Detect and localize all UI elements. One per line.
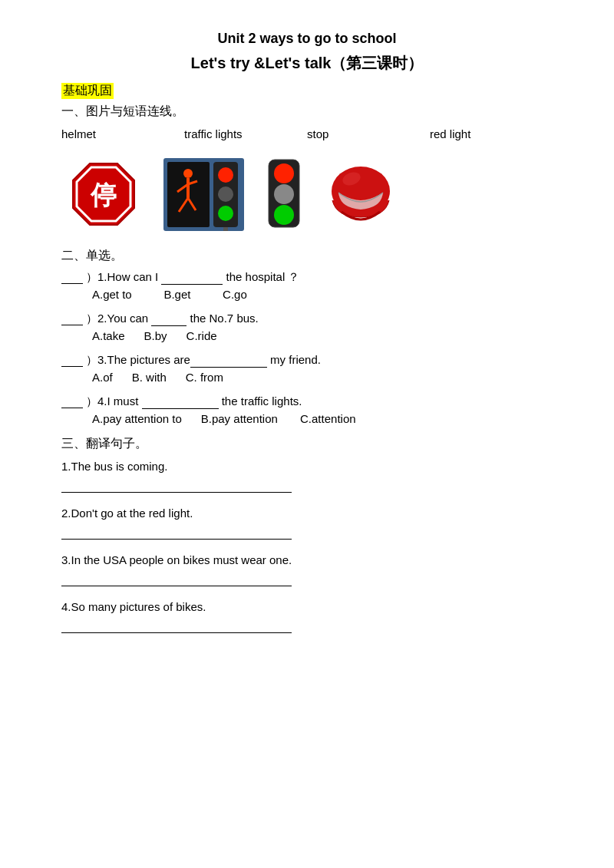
q4-text: ）4.I must the traffic lights. bbox=[86, 394, 302, 409]
helmet-svg bbox=[325, 162, 398, 227]
trans2-sentence: 2.Don't go at the red light. bbox=[61, 507, 553, 520]
q1-opt-c: C.go bbox=[223, 288, 247, 301]
stoplight-svg bbox=[265, 158, 303, 231]
part1-title: 一、图片与短语连线。 bbox=[61, 104, 553, 120]
q2-text: ）2.You can the No.7 bus. bbox=[86, 312, 259, 326]
q4-bracket bbox=[61, 394, 83, 408]
translate-1: 1.The bus is coming. bbox=[61, 460, 553, 493]
trans1-sentence: 1.The bus is coming. bbox=[61, 460, 553, 473]
stoplight-image bbox=[261, 156, 307, 233]
question-1: ）1.How can I the hospital ？ A.get to B.g… bbox=[61, 270, 553, 301]
q2-opt-c: C.ride bbox=[187, 329, 217, 342]
q1-line: ）1.How can I the hospital ？ bbox=[61, 270, 553, 285]
q4-opt-a: A.pay attention to bbox=[92, 412, 182, 425]
svg-point-18 bbox=[274, 184, 294, 204]
section-label: 基础巩固 bbox=[61, 83, 114, 99]
q4-line: ）4.I must the traffic lights. bbox=[61, 394, 553, 409]
stop-sign-image: 停 bbox=[61, 156, 146, 233]
q4-opt-c: C.attention bbox=[300, 412, 356, 425]
svg-point-19 bbox=[274, 205, 294, 225]
question-2: ）2.You can the No.7 bus. A.take B.by C.r… bbox=[61, 312, 553, 342]
svg-point-14 bbox=[218, 206, 233, 221]
word-red-light: red light bbox=[430, 127, 553, 140]
svg-point-17 bbox=[274, 163, 294, 183]
trans3-sentence: 3.In the USA people on bikes must wear o… bbox=[61, 553, 553, 566]
translate-2: 2.Don't go at the red light. bbox=[61, 507, 553, 540]
svg-point-13 bbox=[218, 186, 233, 202]
title1: Unit 2 ways to go to school bbox=[61, 31, 553, 47]
q1-opt-a: A.get to bbox=[92, 288, 132, 301]
helmet-image bbox=[322, 156, 399, 233]
q3-opt-b: B. with bbox=[132, 371, 167, 384]
question-4: ）4.I must the traffic lights. A.pay atte… bbox=[61, 394, 553, 425]
question-3: ）3.The pictures are my friend. A.of B. w… bbox=[61, 353, 553, 384]
trans4-sentence: 4.So many pictures of bikes. bbox=[61, 600, 553, 613]
q2-blank[interactable] bbox=[151, 325, 187, 326]
trans3-answer-line[interactable] bbox=[61, 571, 292, 586]
q3-opt-c: C. from bbox=[186, 371, 223, 384]
word-traffic-lights: traffic lights bbox=[184, 127, 307, 140]
q4-opt-b: B.pay attention bbox=[201, 412, 278, 425]
word-stop: stop bbox=[307, 127, 430, 140]
q1-opt-b: B.get bbox=[163, 288, 190, 301]
word-helmet: helmet bbox=[61, 127, 184, 140]
q3-blank[interactable] bbox=[190, 367, 267, 368]
part3-title: 三、翻译句子。 bbox=[61, 436, 553, 452]
q3-bracket bbox=[61, 353, 83, 367]
translate-3: 3.In the USA people on bikes must wear o… bbox=[61, 553, 553, 586]
part2-title: 二、单选。 bbox=[61, 248, 553, 264]
trans1-answer-line[interactable] bbox=[61, 477, 292, 493]
q1-text: ）1.How can I the hospital ？ bbox=[86, 270, 299, 285]
q1-bracket bbox=[61, 270, 83, 284]
q4-blank[interactable] bbox=[142, 408, 219, 409]
q1-blank[interactable] bbox=[161, 284, 223, 285]
traffic-light-image bbox=[161, 156, 246, 233]
walk-sign-svg bbox=[163, 158, 244, 231]
title2: Let's try &Let's talk（第三课时） bbox=[61, 53, 553, 74]
q2-line: ）2.You can the No.7 bus. bbox=[61, 312, 553, 326]
q2-opt-a: A.take bbox=[92, 329, 125, 342]
translate-4: 4.So many pictures of bikes. bbox=[61, 600, 553, 633]
svg-text:停: 停 bbox=[90, 181, 117, 210]
q2-options: A.take B.by C.ride bbox=[92, 329, 553, 342]
trans2-answer-line[interactable] bbox=[61, 524, 292, 540]
stop-sign-svg: 停 bbox=[69, 160, 138, 229]
trans4-answer-line[interactable] bbox=[61, 618, 292, 633]
q3-line: ）3.The pictures are my friend. bbox=[61, 353, 553, 368]
q2-bracket bbox=[61, 312, 83, 325]
q1-options: A.get to B.get C.go bbox=[92, 288, 553, 301]
image-row: 停 bbox=[61, 156, 553, 233]
q3-text: ）3.The pictures are my friend. bbox=[86, 353, 321, 368]
q4-options: A.pay attention to B.pay attention C.att… bbox=[92, 412, 553, 425]
svg-point-12 bbox=[218, 167, 233, 183]
q2-opt-b: B.by bbox=[144, 329, 167, 342]
q3-opt-a: A.of bbox=[92, 371, 113, 384]
svg-rect-15 bbox=[223, 227, 228, 231]
word-row: helmet traffic lights stop red light bbox=[61, 127, 553, 140]
q3-options: A.of B. with C. from bbox=[92, 371, 553, 384]
svg-point-5 bbox=[183, 169, 193, 178]
